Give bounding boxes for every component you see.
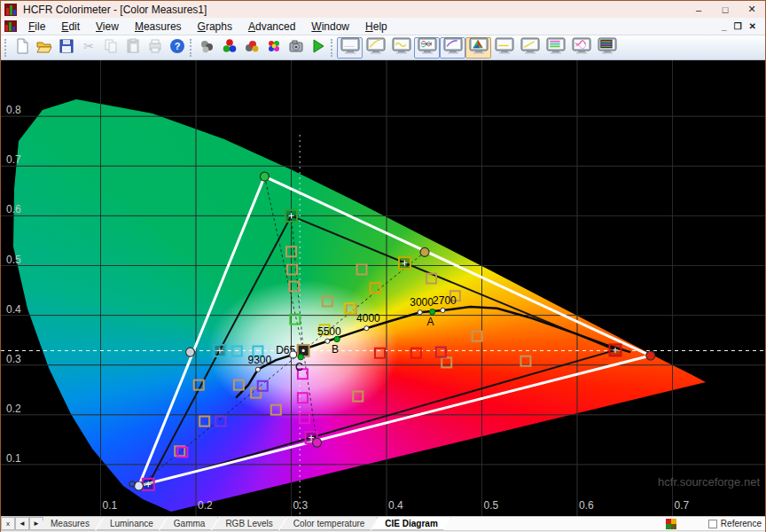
tab-rgb-levels[interactable]: RGB Levels <box>212 517 285 530</box>
y-tick-label: 0.6 <box>6 203 21 215</box>
tab-prev-button[interactable]: ◄ <box>15 517 29 530</box>
mdi-minimize-button[interactable]: _ <box>722 21 727 31</box>
illuminant-dot-A <box>429 309 434 314</box>
view-line-button[interactable] <box>491 37 517 59</box>
open-file-icon <box>36 38 52 58</box>
menu-window[interactable]: Window <box>303 19 357 35</box>
app-icon <box>4 4 17 16</box>
tab-cie-diagram[interactable]: CIE Diagram <box>371 517 450 530</box>
temp-dot-5500 <box>325 339 330 343</box>
tab-gamma[interactable]: Gamma <box>160 517 219 530</box>
tab-bar: x◄►MeasuresLuminanceGammaRGB LevelsColor… <box>1 516 765 530</box>
cie-diagram-view: 0.10.20.30.40.50.60.70.10.20.30.40.50.60… <box>1 60 765 516</box>
y-tick-label: 0.7 <box>6 153 21 166</box>
measured-point-white <box>290 351 297 358</box>
measurement-square <box>436 348 446 357</box>
y-tick-label: 0.3 <box>6 353 21 365</box>
menu-measures[interactable]: Measures <box>127 19 190 35</box>
cie-chart: 0.10.20.30.40.50.60.70.10.20.30.40.50.60… <box>1 60 765 516</box>
measurement-square <box>375 348 385 358</box>
mdi-buttons: _ ❐ ✕ <box>722 21 765 31</box>
rgb-balls-button[interactable] <box>218 37 240 59</box>
run-measure-button[interactable] <box>307 37 329 59</box>
measured-point-magenta <box>313 438 322 447</box>
title-bar: HCFR Colorimeter - [Color Measures1] – □… <box>1 1 765 18</box>
view-blank-button[interactable] <box>337 37 363 59</box>
save-button[interactable] <box>55 37 77 59</box>
illuminant-label-B: B <box>332 343 339 356</box>
toolbar-grip <box>331 39 335 57</box>
minimize-button[interactable]: – <box>685 1 712 18</box>
color-multi-balls-button[interactable] <box>262 37 285 59</box>
menu-graphs[interactable]: Graphs <box>190 19 240 35</box>
color-half-balls-button[interactable] <box>240 37 262 59</box>
monitor-dark-icon <box>598 37 617 58</box>
view-dark-button[interactable] <box>594 37 620 59</box>
color-half-balls-icon <box>244 38 260 58</box>
x-tick-label: 0.4 <box>388 499 403 512</box>
menu-help[interactable]: Help <box>357 19 395 35</box>
y-tick-label: 0.1 <box>6 452 21 465</box>
measurement-square <box>232 346 242 356</box>
view-diag-button[interactable] <box>517 37 543 59</box>
help-icon: ? <box>169 38 185 58</box>
ray-to-green-ref <box>292 215 304 350</box>
view-pink-button[interactable] <box>568 37 594 59</box>
tab-color-temperature[interactable]: Color temperature <box>280 517 379 530</box>
measurement-square <box>353 392 363 402</box>
reference-checkbox-box[interactable] <box>708 520 717 528</box>
x-tick-label: 0.5 <box>484 499 499 512</box>
tab-close-button[interactable]: x <box>1 517 15 530</box>
y-tick-label: 0.2 <box>6 403 21 415</box>
y-tick-label: 0.4 <box>6 303 21 316</box>
maximize-button[interactable]: □ <box>712 1 739 18</box>
illuminant-dot-C <box>298 355 303 360</box>
view-curve-button[interactable] <box>363 37 388 59</box>
view-cie-button[interactable] <box>465 37 491 59</box>
view-rgb-button[interactable] <box>414 37 440 59</box>
monitor-line-icon <box>495 37 514 58</box>
reference-checkbox[interactable]: Reference <box>708 519 762 528</box>
open-file-button[interactable] <box>33 37 55 59</box>
monitor-pink-icon <box>572 37 591 58</box>
menu-file[interactable]: File <box>20 19 53 35</box>
measured-point-blue-dot <box>129 481 135 487</box>
camera-icon <box>288 38 304 58</box>
illuminant-label-C: C <box>295 361 303 373</box>
paste-icon <box>125 38 141 58</box>
toolbar-grip <box>190 39 194 57</box>
temp-label-5500: 5500 <box>317 325 341 338</box>
monitor-wave-icon <box>392 37 411 58</box>
measure-status-icon <box>666 519 676 529</box>
help-button[interactable]: ? <box>166 37 188 59</box>
view-wave-button[interactable] <box>388 37 414 59</box>
menu-edit[interactable]: Edit <box>53 19 88 35</box>
monitor-cie-icon <box>469 37 489 58</box>
menu-bar: FileEditViewMeasuresGraphsAdvancedWindow… <box>1 18 765 35</box>
measurement-square <box>411 348 421 358</box>
tab-luminance[interactable]: Luminance <box>97 517 167 530</box>
camera-button[interactable] <box>285 37 307 59</box>
monitor-rgb-icon <box>418 37 437 58</box>
sensor-gray-balls-button[interactable] <box>196 37 218 59</box>
monitor-curve-icon <box>366 37 386 58</box>
close-button[interactable]: ✕ <box>739 1 765 18</box>
x-tick-label: 0.3 <box>293 499 309 512</box>
tab-measures[interactable]: Measures <box>37 517 103 530</box>
temp-label-2700: 2700 <box>433 294 457 307</box>
color-multi-balls-icon <box>266 38 282 58</box>
measured-point-yellow <box>420 247 429 256</box>
svg-text:?: ? <box>174 41 180 51</box>
measurement-square <box>287 264 297 274</box>
x-tick-label: 0.7 <box>675 499 690 512</box>
view-stripes-button[interactable] <box>543 37 568 59</box>
new-file-button[interactable] <box>11 37 33 59</box>
temp-label-4000: 4000 <box>356 312 380 325</box>
menu-view[interactable]: View <box>88 19 127 35</box>
mdi-restore-button[interactable]: ❐ <box>734 21 742 31</box>
monitor-diag-icon <box>520 37 540 58</box>
view-purple-button[interactable] <box>440 37 465 59</box>
mdi-close-button[interactable]: ✕ <box>749 21 756 31</box>
measured-point-blue <box>135 481 144 490</box>
menu-advanced[interactable]: Advanced <box>240 19 303 35</box>
